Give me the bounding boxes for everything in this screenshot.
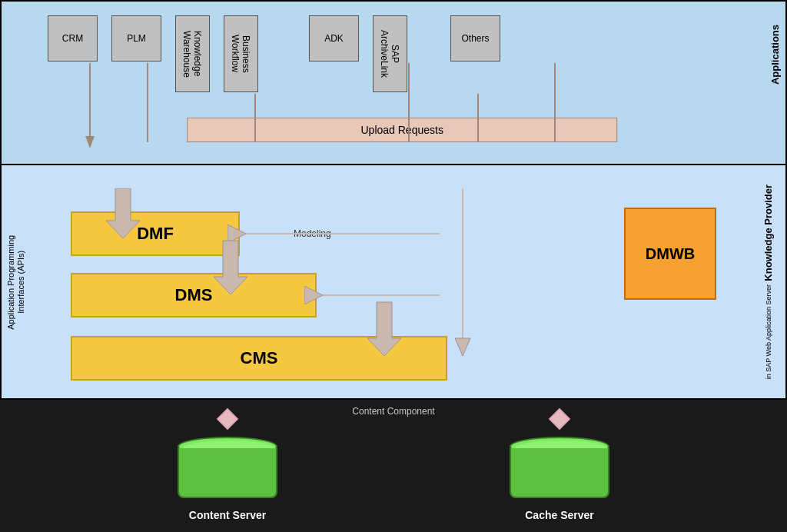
bottom-section: Content Component Content Server <box>0 400 787 532</box>
app-box-knowledge-warehouse: Knowledge Warehouse <box>175 15 210 92</box>
cylinder-body <box>178 448 277 498</box>
svg-marker-16 <box>455 338 470 356</box>
content-server-diamond <box>217 407 238 429</box>
middle-content: DMF DMS CMS DMWB Modeling <box>2 165 785 398</box>
dms-box: DMS <box>71 273 317 318</box>
applications-label: Applications <box>769 25 781 85</box>
upload-requests-bar: Upload Requests <box>187 118 617 142</box>
cache-server-label: Cache Server <box>525 509 594 521</box>
content-server-group: Content Server <box>178 411 277 521</box>
app-box-business-workflow: Business Workflow <box>224 15 258 92</box>
middle-relative: DMF DMS CMS DMWB Modeling <box>48 188 739 383</box>
cache-server-diamond <box>549 407 570 429</box>
app-boxes: CRM PLM Knowledge Warehouse Business Wor… <box>2 2 785 92</box>
app-box-others: Others <box>450 15 500 62</box>
main-container: CRM PLM Knowledge Warehouse Business Wor… <box>0 0 787 532</box>
knowledge-provider-label: Knowledge Provider <box>762 185 774 281</box>
cache-cylinder-body <box>510 448 609 498</box>
dmf-box: DMF <box>71 211 240 256</box>
kp-sublabel: in SAP Web Application Server <box>765 284 772 379</box>
protocol-label: Content Component <box>352 406 434 417</box>
applications-section: CRM PLM Knowledge Warehouse Business Wor… <box>0 0 787 165</box>
knowledge-provider-section: Application Programming Interfaces (APIs… <box>0 165 787 400</box>
app-box-plm: PLM <box>111 15 161 62</box>
kp-right-labels: Knowledge Provider in SAP Web Applicatio… <box>755 165 782 398</box>
content-server-label: Content Server <box>189 509 266 521</box>
app-box-sap-archivelink: SAP ArchiveLink <box>373 15 407 92</box>
modeling-label: Modeling <box>294 228 331 239</box>
dmwb-box: DMWB <box>624 208 716 300</box>
app-box-crm: CRM <box>48 15 98 62</box>
cache-server-group: Cache Server <box>510 411 609 521</box>
cms-box: CMS <box>71 336 447 381</box>
cache-server-cylinder <box>510 437 609 498</box>
app-box-adk: ADK <box>309 15 359 62</box>
content-server-cylinder <box>178 437 277 498</box>
